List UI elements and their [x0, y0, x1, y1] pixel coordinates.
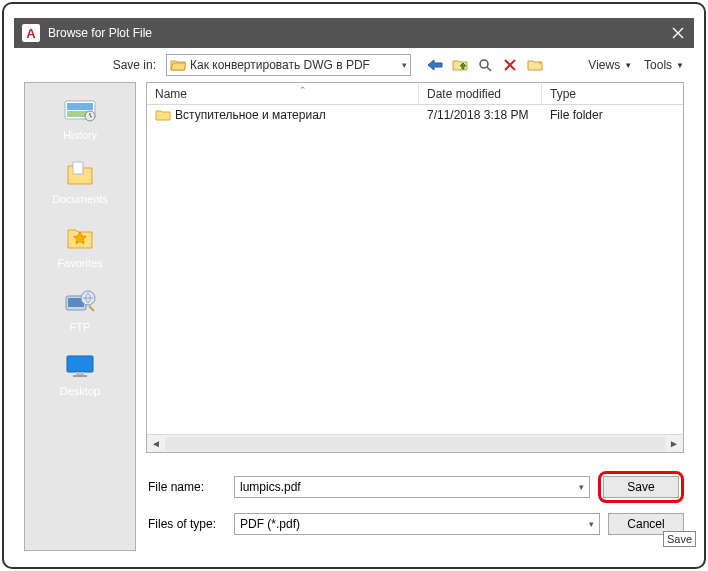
- filetype-dropdown[interactable]: [234, 513, 600, 535]
- svg-rect-2: [67, 103, 93, 110]
- views-label: Views: [588, 58, 620, 72]
- sort-indicator-icon: ⌃: [299, 85, 307, 95]
- column-headers: ⌃ Name Date modified Type: [147, 83, 683, 105]
- file-rows: Вступительное и материал 7/11/2018 3:18 …: [147, 105, 683, 434]
- svg-point-0: [480, 60, 488, 68]
- tooltip: Save: [663, 531, 696, 547]
- file-name: Вступительное и материал: [175, 108, 326, 122]
- save-button[interactable]: Save: [603, 476, 679, 498]
- column-header-date[interactable]: Date modified: [419, 83, 542, 104]
- file-row[interactable]: Вступительное и материал 7/11/2018 3:18 …: [147, 105, 683, 125]
- top-row: Save in: Как конвертировать DWG в PDF ▾: [14, 48, 694, 82]
- save-in-label: Save in:: [14, 58, 166, 72]
- search-button[interactable]: [475, 55, 495, 75]
- sidebar-item-favorites[interactable]: Favorites: [57, 223, 102, 269]
- ftp-icon: [63, 287, 97, 317]
- sidebar-item-history[interactable]: History: [63, 95, 97, 141]
- browse-plot-file-dialog: A Browse for Plot File Save in: Как конв…: [14, 18, 694, 557]
- sidebar-item-documents[interactable]: Documents: [52, 159, 108, 205]
- sidebar-item-label: Favorites: [57, 257, 102, 269]
- sidebar-item-desktop[interactable]: Desktop: [60, 351, 100, 397]
- filename-label: File name:: [146, 480, 234, 494]
- horizontal-scrollbar[interactable]: ◄ ►: [147, 434, 683, 452]
- tools-menu[interactable]: Tools ▼: [644, 58, 684, 72]
- file-date: 7/11/2018 3:18 PM: [419, 108, 542, 122]
- column-header-name[interactable]: Name: [147, 83, 419, 104]
- save-in-dropdown[interactable]: Как конвертировать DWG в PDF ▾: [166, 54, 411, 76]
- views-menu[interactable]: Views ▼: [588, 58, 632, 72]
- scroll-left-icon[interactable]: ◄: [147, 438, 165, 449]
- nav-toolbar: [425, 55, 545, 75]
- svg-rect-9: [67, 356, 93, 372]
- scroll-right-icon[interactable]: ►: [665, 438, 683, 449]
- column-header-type[interactable]: Type: [542, 83, 683, 104]
- scroll-track[interactable]: [165, 437, 665, 451]
- sidebar-item-label: History: [63, 129, 97, 141]
- app-icon: A: [22, 24, 40, 42]
- bottom-form: File name: ▾ Save Files of type: ▾: [146, 453, 684, 551]
- folder-open-icon: [170, 57, 186, 73]
- save-button-highlight: Save: [598, 471, 684, 503]
- back-button[interactable]: [425, 55, 445, 75]
- chevron-down-icon: ▼: [676, 61, 684, 70]
- delete-button[interactable]: [500, 55, 520, 75]
- sidebar-item-label: Documents: [52, 193, 108, 205]
- sidebar-item-label: Desktop: [60, 385, 100, 397]
- close-button[interactable]: [670, 25, 686, 41]
- documents-icon: [63, 159, 97, 189]
- chevron-down-icon: ▾: [402, 60, 407, 70]
- up-button[interactable]: [450, 55, 470, 75]
- places-sidebar: History Documents Favorites FTP: [24, 82, 136, 551]
- titlebar: A Browse for Plot File: [14, 18, 694, 48]
- sidebar-item-label: FTP: [70, 321, 91, 333]
- favorites-icon: [63, 223, 97, 253]
- filetype-label: Files of type:: [146, 517, 234, 531]
- chevron-down-icon: ▼: [624, 61, 632, 70]
- window-title: Browse for Plot File: [48, 26, 670, 40]
- file-list: ⌃ Name Date modified Type Вступительное …: [146, 82, 684, 453]
- desktop-icon: [63, 351, 97, 381]
- history-icon: [63, 95, 97, 125]
- sidebar-item-ftp[interactable]: FTP: [63, 287, 97, 333]
- svg-rect-10: [76, 372, 84, 375]
- svg-rect-5: [73, 162, 83, 174]
- tools-label: Tools: [644, 58, 672, 72]
- current-directory: Как конвертировать DWG в PDF: [190, 58, 402, 72]
- new-folder-button[interactable]: [525, 55, 545, 75]
- svg-rect-11: [73, 375, 87, 377]
- folder-icon: [155, 108, 171, 122]
- file-type: File folder: [542, 108, 683, 122]
- filename-input[interactable]: [234, 476, 590, 498]
